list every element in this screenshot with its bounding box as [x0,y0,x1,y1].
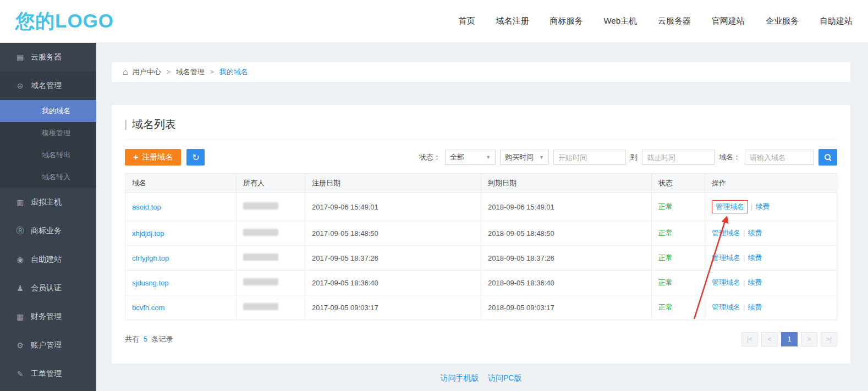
top-nav-item[interactable]: 云服务器 [658,16,691,26]
sidebar-item[interactable]: ♟ 会员认证 [0,274,96,302]
sidebar-item[interactable]: 我的域名 [0,100,96,122]
end-date-input[interactable] [642,150,715,165]
domain-link[interactable]: xhjdjdj.top [132,229,164,238]
status-badge: 正常 [658,254,673,262]
sidebar-item-label: 财务管理 [31,312,62,322]
renew-link[interactable]: 续费 [748,303,762,311]
page-button[interactable]: 1 [781,332,798,346]
sidebar-item-label: 云服务器 [31,52,62,62]
sidebar-item[interactable]: ▦ 财务管理 [0,302,96,331]
table-header-row: 域名 所有人 注册日期 到期日期 状态 操作 [125,174,837,193]
domain-filter-label: 域名： [719,152,740,162]
refresh-icon: ↻ [192,152,199,163]
renew-link[interactable]: 续费 [748,229,762,237]
status-select-value: 全部 [450,152,464,162]
sidebar-item-label: 自助建站 [31,255,62,265]
table-row: cfrfyjfgh.top 2017-09-05 18:37:26 2018-0… [125,246,837,271]
manage-domain-link[interactable]: 管理域名 [712,278,740,287]
top-nav-item[interactable]: 官网建站 [712,16,745,26]
table-header-cell: 状态 [652,174,705,193]
sidebar-item[interactable]: ▥ 虚拟主机 [0,188,96,217]
renew-link[interactable]: 续费 [755,202,770,211]
top-nav-item[interactable]: Web主机 [603,16,637,26]
logo[interactable]: 您的LOGO [15,8,114,34]
finance-icon: ▦ [15,312,25,321]
sidebar: ▤ 云服务器 ⊕ 域名管理 我的域名 模板管理 域名转出 [0,43,96,391]
renew-link[interactable]: 续费 [748,254,762,262]
search-button[interactable] [818,149,837,166]
sidebar-item[interactable]: ✎ 工单管理 [0,360,96,388]
domain-table: 域名 所有人 注册日期 到期日期 状态 操作 [125,173,837,320]
manage-domain-link[interactable]: 管理域名 [712,303,740,311]
top-nav-item[interactable]: 域名注册 [496,16,529,26]
top-nav: 首页 域名注册 商标服务 Web主机 云服务器 官网建站 企业服务 自助建站 [458,16,853,26]
top-nav-item[interactable]: 首页 [458,16,475,26]
sidebar-item[interactable]: 域名转出 [0,144,96,166]
sidebar-item[interactable]: 模板管理 [0,122,96,144]
status-badge: 正常 [658,278,673,287]
sidebar-item[interactable]: 域名转入 [0,166,96,188]
pc-version-link[interactable]: 访问PC版 [488,373,521,382]
page-button[interactable]: < [761,332,778,346]
sidebar-item-label: 域名转出 [42,150,70,160]
breadcrumb-item[interactable]: 用户中心 [133,67,161,77]
trademark-icon: Ⓡ [15,226,25,236]
sidebar-item[interactable]: ⊕ 域名管理 [0,71,96,100]
breadcrumb-item[interactable]: 域名管理 [161,67,205,77]
manage-domain-link[interactable]: 管理域名 [712,229,740,237]
time-type-select-value: 购买时间 [505,152,534,162]
record-count-suffix: 条记录 [151,335,173,343]
member-icon: ♟ [15,284,25,293]
page-button[interactable]: > [801,332,817,346]
breadcrumb-item[interactable]: 我的域名 [205,67,248,77]
domain-search-input[interactable] [745,150,814,165]
sidebar-item-label: 账户管理 [31,340,62,350]
sidebar-item[interactable]: ▤ 云服务器 [0,43,96,71]
filter-bar: 状态： 全部 ▼ 购买时间 ▼ 到 域名： [419,149,837,166]
table-body: asoid.top 2017-09-06 15:49:01 2018-09-06… [125,193,837,320]
register-date: 2017-09-05 18:37:26 [305,246,481,271]
expire-date: 2018-09-05 09:03:17 [481,295,652,320]
domain-link[interactable]: cfrfyjfgh.top [132,254,169,262]
domain-link[interactable]: sjdusng.top [132,279,169,287]
page-button[interactable]: |< [741,332,758,346]
register-domain-button[interactable]: + 注册域名 [125,149,181,166]
sidebar-item[interactable]: Ⓡ 商标业务 [0,217,96,245]
status-select[interactable]: 全部 ▼ [445,150,496,165]
manage-domain-link[interactable]: 管理域名 [712,200,748,213]
table-header-cell: 到期日期 [481,174,652,193]
refresh-button[interactable]: ↻ [186,149,205,166]
renew-link[interactable]: 续费 [748,278,762,287]
sidebar-item[interactable]: ⚙ 账户管理 [0,331,96,360]
table-header-cell: 域名 [125,174,237,193]
domain-icon: ⊕ [15,81,25,90]
top-nav-item[interactable]: 商标服务 [550,16,583,26]
action-divider: | [743,278,745,287]
top-nav-item[interactable]: 企业服务 [766,16,799,26]
action-divider: | [743,303,745,311]
page: 您的LOGO 首页 域名注册 商标服务 Web主机 云服务器 官网建站 企业服务… [0,0,868,391]
top-nav-item[interactable]: 自助建站 [820,16,853,26]
mobile-version-link[interactable]: 访问手机版 [441,373,479,382]
domain-link[interactable]: bcvfh.com [132,304,164,312]
start-date-input[interactable] [553,150,626,165]
manage-domain-link[interactable]: 管理域名 [712,254,740,262]
domain-list-panel: 域名列表 + 注册域名 ↻ 状态： 全部 ▼ [112,105,850,364]
to-label: 到 [630,152,638,162]
record-count-prefix: 共有 [125,335,139,343]
expire-date: 2018-09-06 15:49:01 [481,193,652,221]
owner-redacted-value [243,278,278,285]
page-button[interactable]: >| [821,332,837,346]
sidebar-item[interactable]: ◉ 自助建站 [0,245,96,274]
time-type-select[interactable]: 购买时间 ▼ [500,150,549,165]
record-count-value: 5 [144,335,147,343]
domain-link[interactable]: asoid.top [132,203,161,211]
ticket-icon: ✎ [15,370,25,378]
status-badge: 正常 [658,202,673,211]
sidebar-item-label: 商标业务 [31,226,62,236]
status-filter-label: 状态： [419,152,441,162]
register-date: 2017-09-06 15:49:01 [305,193,481,221]
plus-icon: + [133,152,138,162]
sidebar-item-label: 域名转入 [42,172,70,182]
sidebar-item-label: 域名管理 [31,81,62,91]
